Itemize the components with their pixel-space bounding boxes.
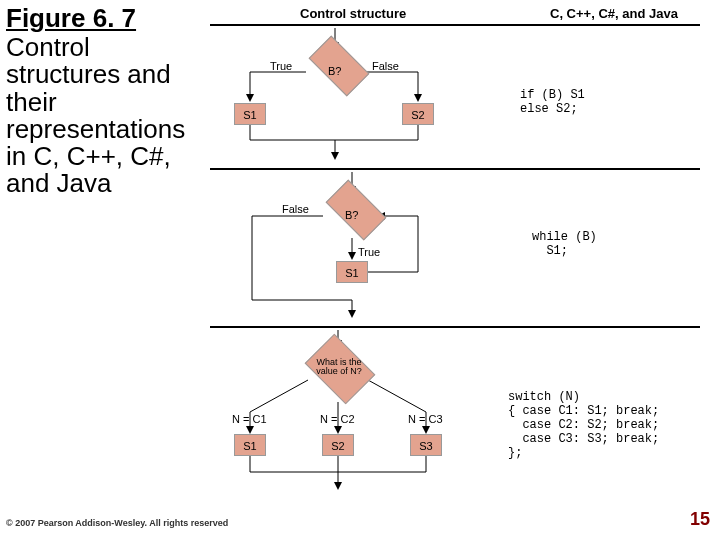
- process-box-s2: S2: [402, 103, 434, 125]
- process-box-s2-switch: S2: [322, 434, 354, 456]
- svg-marker-19: [348, 310, 356, 318]
- divider: [210, 326, 700, 328]
- svg-line-33: [368, 380, 426, 412]
- column-header-languages: C, C++, C#, and Java: [550, 6, 678, 21]
- branch-label-c2: N = C2: [320, 413, 355, 425]
- svg-line-28: [250, 380, 308, 412]
- svg-marker-41: [334, 482, 342, 490]
- svg-marker-7: [414, 94, 422, 102]
- svg-marker-30: [246, 426, 254, 434]
- process-box-s1: S1: [234, 103, 266, 125]
- branch-label-true: True: [270, 60, 292, 72]
- divider: [210, 24, 700, 26]
- svg-marker-12: [331, 152, 339, 160]
- decision-label-switch: What is the value of N?: [314, 358, 364, 376]
- branch-label-c1: N = C1: [232, 413, 267, 425]
- branch-label-c3: N = C3: [408, 413, 443, 425]
- process-box-s3-switch: S3: [410, 434, 442, 456]
- column-header-structure: Control structure: [300, 6, 406, 21]
- divider: [210, 168, 700, 170]
- branch-label-true-while: True: [358, 246, 380, 258]
- svg-marker-21: [348, 252, 356, 260]
- svg-marker-35: [422, 426, 430, 434]
- branch-label-false: False: [372, 60, 399, 72]
- code-while: while (B) S1;: [532, 230, 597, 258]
- process-box-s1-while: S1: [336, 261, 368, 283]
- svg-marker-4: [246, 94, 254, 102]
- process-box-s1-switch: S1: [234, 434, 266, 456]
- branch-label-false-while: False: [282, 203, 309, 215]
- code-switch: switch (N) { case C1: S1; break; case C2…: [508, 390, 659, 460]
- decision-label-b2: B?: [345, 209, 358, 221]
- svg-marker-32: [334, 426, 342, 434]
- decision-label-b: B?: [328, 65, 341, 77]
- code-if-else: if (B) S1 else S2;: [520, 88, 585, 116]
